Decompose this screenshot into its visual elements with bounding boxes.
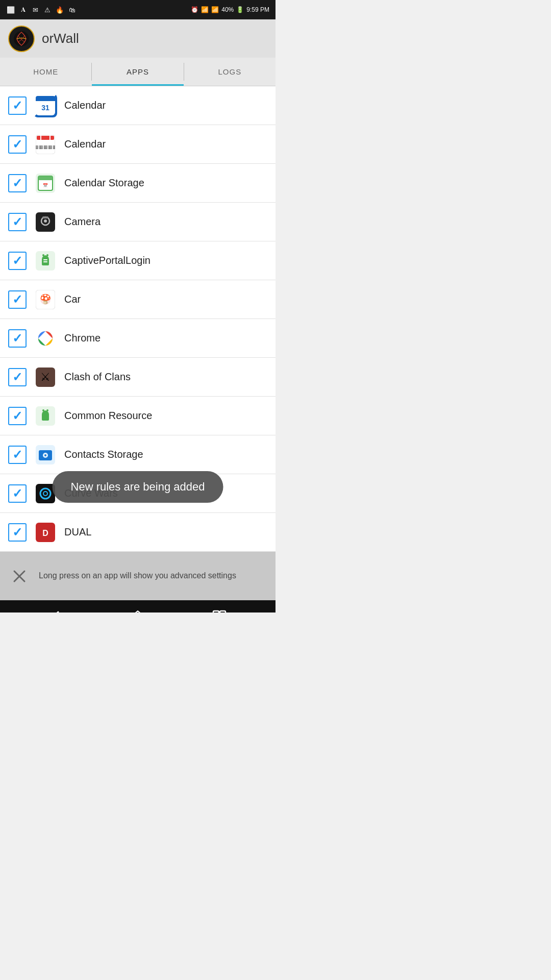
font-icon: 𝐀 [18,5,28,14]
list-item[interactable]: ✓ 31 Calendar [0,86,276,125]
bag-icon: 🛍 [67,5,77,14]
app-checkbox[interactable]: ✓ [8,484,27,503]
app-icon [34,443,57,467]
svg-rect-17 [42,216,48,218]
app-icon: ⚔ [34,365,57,389]
svg-text:D: D [42,529,48,537]
svg-point-19 [42,254,44,256]
app-title: orWall [42,31,79,46]
svg-point-37 [44,454,46,456]
app-name: CaptivePortalLogin [64,255,151,266]
app-icon: 31 [34,94,57,117]
svg-rect-45 [213,611,219,613]
list-item[interactable]: ✓ 🍄 Car [0,280,276,319]
app-icon: 🍄 [34,288,57,311]
app-name: Common Resource [64,410,152,422]
hint-close-button[interactable] [8,565,31,587]
app-checkbox[interactable]: ✓ [8,523,27,542]
app-checkbox[interactable]: ✓ [8,329,27,348]
svg-text:▦▦▦▦▦: ▦▦▦▦▦ [36,144,55,150]
app-name: Car [64,293,81,305]
status-icons-left: ⬜ 𝐀 ✉ ⚠ 🔥 🛍 [6,5,77,14]
app-name: Calendar [64,100,106,111]
status-bar: ⬜ 𝐀 ✉ ⚠ 🔥 🛍 ⏰ 📶 📶 40% 🔋 9:59 PM [0,0,276,19]
signal-icon: 📶 [211,6,219,13]
app-icon: 📅 [34,172,57,195]
hint-text: Long press on an app will show you advan… [39,570,236,581]
battery-icon: 🔋 [236,6,244,13]
tab-apps[interactable]: APPS [92,58,183,86]
list-item[interactable]: ✓ Chrome [0,319,276,358]
list-item[interactable]: ✓ 📅 Calendar Storage [0,164,276,203]
app-icon [34,210,57,234]
flame-icon: 🔥 [55,5,64,14]
tabs-bar: HOME APPS LOGS [0,58,276,86]
app-icon: D [34,521,57,544]
svg-rect-3 [36,99,55,101]
tablet-icon: ⬜ [6,5,15,14]
app-checkbox[interactable]: ✓ [8,252,27,270]
app-name: DUAL [64,526,91,538]
svg-text:⚔: ⚔ [40,371,51,383]
app-name: Chrome [64,332,101,344]
tab-logs[interactable]: LOGS [184,58,276,86]
warning-icon: ⚠ [43,5,52,14]
battery-text: 40% [221,6,234,13]
svg-rect-6 [37,136,54,140]
svg-point-0 [14,31,29,46]
tab-home[interactable]: HOME [0,58,91,86]
app-checkbox[interactable]: ✓ [8,174,27,192]
app-checkbox[interactable]: ✓ [8,290,27,309]
app-icon [34,404,57,428]
list-item[interactable]: ✓ D DUAL [0,513,276,552]
email-icon: ✉ [31,5,40,14]
app-checkbox[interactable]: ✓ [8,213,27,231]
svg-point-33 [46,409,48,411]
app-checkbox[interactable]: ✓ [8,407,27,425]
header: orWall [0,19,276,58]
app-name: Calendar [64,138,106,150]
svg-text:🍄: 🍄 [40,293,52,305]
svg-text:31: 31 [41,104,49,112]
list-item[interactable]: ✓ Contacts Storage [0,435,276,474]
list-item[interactable]: ✓ ⚔ Clash of Clans [0,358,276,397]
time: 9:59 PM [246,6,269,13]
svg-point-28 [42,335,48,341]
svg-rect-22 [43,261,47,262]
app-name: Camera [64,216,101,228]
list-item[interactable]: ✓ CaptivePortalLogin [0,241,276,280]
app-icon [34,249,57,273]
app-name: Calendar Storage [64,177,144,189]
svg-rect-12 [38,176,53,180]
recents-button[interactable] [207,604,232,613]
svg-point-20 [46,254,48,256]
app-icon [34,327,57,350]
svg-point-32 [42,409,44,411]
toast-message: New rules are being added [53,471,223,503]
app-checkbox[interactable]: ✓ [8,368,27,386]
app-name: Contacts Storage [64,449,143,460]
svg-point-16 [44,219,47,223]
nav-bar [0,600,276,612]
wifi-icon: 📶 [201,6,209,13]
list-item[interactable]: ✓ ▦▦▦▦▦ Calendar [0,125,276,164]
list-item[interactable]: ✓ Common Resource [0,397,276,435]
back-button[interactable] [43,604,69,613]
svg-rect-21 [43,259,47,260]
home-button[interactable] [125,604,151,613]
svg-rect-46 [220,611,226,613]
list-item[interactable]: ✓ Camera [0,203,276,241]
status-icons-right: ⏰ 📶 📶 40% 🔋 9:59 PM [191,6,269,13]
svg-text:📅: 📅 [43,183,48,188]
app-checkbox[interactable]: ✓ [8,96,27,115]
app-checkbox[interactable]: ✓ [8,135,27,154]
app-name: Clash of Clans [64,371,131,383]
app-icon: ▦▦▦▦▦ [34,133,57,156]
bottom-hint: Long press on an app will show you advan… [0,552,276,600]
app-logo [8,26,35,52]
alarm-icon: ⏰ [191,6,198,13]
app-checkbox[interactable]: ✓ [8,446,27,464]
